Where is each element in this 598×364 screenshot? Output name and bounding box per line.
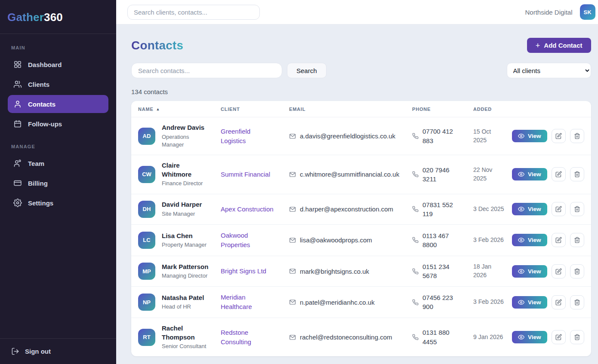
main-content: Contacts + Add Contact Search All client… — [116, 24, 598, 364]
view-button-label: View — [528, 299, 541, 306]
eye-icon — [518, 237, 524, 243]
sidebar-item-contacts[interactable]: Contacts — [8, 95, 108, 113]
edit-icon — [555, 206, 562, 212]
edit-icon — [555, 334, 562, 340]
app-logo-secondary: 360 — [44, 11, 63, 24]
eye-icon — [518, 133, 524, 139]
edit-button[interactable] — [552, 330, 566, 344]
nav-section-manage-label: MANAGE — [11, 144, 105, 149]
client-link[interactable]: Apex Construction — [221, 205, 274, 214]
sidebar: Gather360 MAIN Dashboard Clients — [0, 0, 116, 364]
edit-button[interactable] — [552, 202, 566, 216]
contact-role: Property Manager — [162, 241, 207, 249]
user-avatar[interactable]: SK — [580, 4, 595, 20]
view-button[interactable]: View — [512, 130, 547, 142]
contact-count: 134 contacts — [131, 88, 591, 95]
phone-icon — [412, 299, 419, 306]
mail-icon — [289, 334, 296, 341]
delete-button[interactable] — [570, 129, 584, 143]
table-row: RT Rachel Thompson Senior Consultant Red… — [131, 318, 591, 357]
view-button[interactable]: View — [512, 203, 547, 215]
mail-icon — [289, 206, 296, 213]
view-button[interactable]: View — [512, 296, 547, 309]
delete-button[interactable] — [570, 202, 584, 216]
contacts-search-input[interactable] — [131, 63, 282, 78]
contact-avatar: LC — [138, 232, 155, 249]
contact-role: Head of HR — [162, 303, 204, 311]
contact-phone: 07831 552 119 — [422, 200, 460, 219]
edit-icon — [555, 268, 562, 275]
delete-button[interactable] — [570, 295, 584, 309]
calendar-icon — [13, 119, 22, 128]
sidebar-item-label: Team — [28, 160, 44, 167]
plus-icon: + — [536, 42, 540, 49]
sign-out-button[interactable]: Sign out — [0, 338, 116, 364]
sidebar-item-dashboard[interactable]: Dashboard — [8, 55, 108, 73]
edit-button[interactable] — [552, 167, 566, 181]
client-link[interactable]: Meridian Healthcare — [221, 293, 275, 312]
table-row: LC Lisa Chen Property Manager Oakwood Pr… — [131, 224, 591, 256]
trash-icon — [574, 334, 580, 340]
add-contact-label: Add Contact — [544, 42, 582, 49]
contact-avatar: AD — [138, 128, 155, 145]
add-contact-button[interactable]: + Add Contact — [527, 38, 591, 53]
column-header-email[interactable]: EMAIL — [289, 107, 412, 112]
client-link[interactable]: Bright Signs Ltd — [221, 266, 266, 276]
trash-icon — [574, 299, 580, 306]
contact-name: Mark Patterson — [162, 263, 208, 272]
column-header-added[interactable]: ADDED — [473, 107, 512, 112]
contact-added-date: 3 Dec 2025 — [473, 205, 504, 214]
delete-button[interactable] — [570, 233, 584, 247]
edit-button[interactable] — [552, 264, 566, 278]
client-link[interactable]: Oakwood Properties — [221, 231, 275, 250]
client-filter-select[interactable]: All clients — [507, 63, 591, 78]
edit-button[interactable] — [552, 233, 566, 247]
contact-email: a.davis@greenfieldlogistics.co.uk — [300, 132, 395, 140]
client-link[interactable]: Summit Financial — [221, 170, 270, 179]
view-button-label: View — [528, 237, 541, 243]
contact-email: d.harper@apexconstruction.com — [300, 205, 393, 213]
search-button[interactable]: Search — [287, 63, 327, 78]
table-row: CW Claire Whitmore Finance Director Summ… — [131, 155, 591, 194]
column-header-client[interactable]: CLIENT — [221, 107, 289, 112]
table-row: NP Natasha Patel Head of HR Meridian Hea… — [131, 286, 591, 318]
view-button[interactable]: View — [512, 265, 547, 278]
delete-button[interactable] — [570, 167, 584, 181]
sidebar-item-settings[interactable]: Settings — [8, 194, 108, 212]
phone-icon — [412, 133, 419, 139]
phone-icon — [412, 334, 419, 340]
contact-role: Finance Director — [162, 180, 211, 187]
contact-name: Andrew Davis — [162, 123, 211, 132]
phone-icon — [412, 268, 419, 275]
client-link[interactable]: Greenfield Logistics — [221, 127, 275, 146]
delete-button[interactable] — [570, 264, 584, 278]
view-button[interactable]: View — [512, 168, 547, 180]
delete-button[interactable] — [570, 330, 584, 344]
contact-added-date: 9 Jan 2026 — [473, 333, 503, 342]
mail-icon — [289, 133, 296, 140]
contacts-table: NAME ▲ CLIENT EMAIL PHONE ADDED AD Andre… — [131, 101, 591, 356]
nav-section-main-label: MAIN — [11, 45, 105, 50]
view-button[interactable]: View — [512, 331, 547, 343]
column-header-phone[interactable]: PHONE — [412, 107, 473, 112]
column-header-name[interactable]: NAME ▲ — [138, 107, 221, 112]
contact-phone: 020 7946 3211 — [422, 165, 460, 184]
phone-icon — [412, 237, 419, 243]
client-link[interactable]: Redstone Consulting — [221, 328, 275, 347]
global-search-input[interactable] — [127, 5, 260, 20]
sidebar-item-follow-ups[interactable]: Follow-ups — [8, 115, 108, 133]
view-button[interactable]: View — [512, 234, 547, 246]
sidebar-item-clients[interactable]: Clients — [8, 75, 108, 93]
user-icon — [13, 100, 22, 108]
edit-button[interactable] — [552, 129, 566, 143]
edit-button[interactable] — [552, 295, 566, 309]
org-name: Northside Digital — [525, 9, 572, 16]
logout-icon — [11, 347, 19, 355]
sidebar-item-team[interactable]: Team — [8, 154, 108, 172]
sidebar-item-billing[interactable]: Billing — [8, 174, 108, 192]
sidebar-item-label: Follow-ups — [28, 120, 62, 128]
contact-email: rachel@redstoneconsulting.com — [300, 333, 392, 341]
gear-icon — [13, 199, 22, 207]
eye-icon — [518, 334, 524, 340]
contact-name: David Harper — [162, 200, 202, 209]
